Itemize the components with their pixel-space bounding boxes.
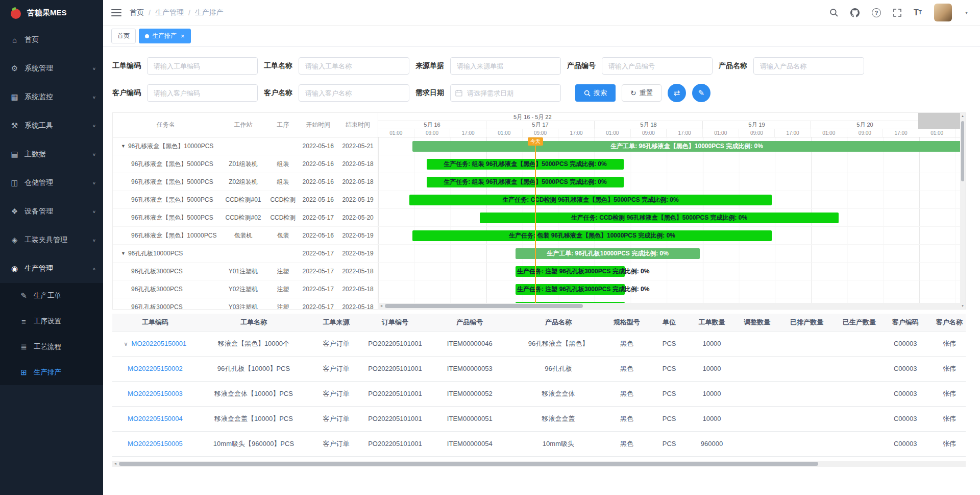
device-icon: ❖: [10, 207, 19, 216]
breadcrumb-current: 生产排产: [195, 8, 224, 17]
product-no-input[interactable]: [602, 57, 713, 75]
gantt-task-row[interactable]: 96孔移液盒【黑色】5000PCSCCD检测#02CCD检测2022-05-17…: [113, 209, 378, 227]
gantt-task-row[interactable]: ▼96孔孔板10000PCS2022-05-172022-05-19: [113, 245, 378, 263]
reset-button[interactable]: ↻重置: [622, 84, 662, 102]
demand-date-input[interactable]: [450, 84, 561, 102]
gantt-bar-task[interactable]: 生产任务: 包装 96孔移液盒【黑色】10000PCS 完成比例: 0%: [412, 230, 772, 241]
scroll-up-icon[interactable]: ▴: [962, 113, 964, 119]
chevron-down-icon: ∨: [92, 95, 96, 100]
scroll-left-icon[interactable]: ◂: [378, 303, 384, 309]
sidebar-item-home[interactable]: ⌂ 首页: [0, 26, 103, 54]
navbar-actions: ? TT ▾: [829, 4, 968, 21]
sidebar-item-process-flow[interactable]: ≣ 工艺流程: [0, 334, 103, 360]
sidebar-item-fixtures[interactable]: ◈ 工装夹具管理 ∨: [0, 226, 103, 254]
sidebar-item-system-monitor[interactable]: ▦ 系统监控 ∨: [0, 83, 103, 111]
work-order-code-input[interactable]: [147, 57, 258, 75]
sidebar-item-master-data[interactable]: ▤ 主数据 ∨: [0, 140, 103, 169]
gantt-task-row[interactable]: 96孔孔板3000PCSY03注塑机注塑2022-05-172022-05-18: [113, 298, 378, 309]
table-row[interactable]: MO202205150004 移液盒盒盖【10000】PCS客户订单PO2022…: [112, 406, 966, 431]
table-row[interactable]: ∨MO202205150001 移液盒【黑色】10000个客户订单PO20220…: [112, 331, 966, 356]
sidebar-item-work-order[interactable]: ✎ 生产工单: [0, 283, 103, 309]
app-logo[interactable]: 苦糖果MES: [0, 0, 103, 26]
close-icon[interactable]: ×: [181, 33, 185, 39]
avatar[interactable]: [934, 4, 952, 21]
main-area: 首页 / 生产管理 / 生产排产 ? TT ▾ 首页 生产排产 × 工单编码 工…: [103, 0, 980, 495]
today-badge: 今天: [528, 137, 543, 146]
monitor-icon: ▦: [10, 92, 19, 102]
product-name-input[interactable]: [753, 57, 864, 75]
expand-row-icon[interactable]: ∨: [124, 341, 128, 347]
table-row[interactable]: MO202205150005 10mm吸头【960000】PCS客户订单PO20…: [112, 431, 966, 456]
gantt-bar-task[interactable]: 生产任务: 注塑 96孔孔板3000PCS 完成比例: 0%: [516, 284, 625, 295]
sidebar-item-scheduling[interactable]: ⊞ 生产排产: [0, 360, 103, 385]
gantt-bar-task[interactable]: 生产任务: 组装 96孔移液盒【黑色】5000PCS 完成比例: 0%: [427, 177, 624, 187]
sidebar-item-system-mgmt[interactable]: ⚙ 系统管理 ∨: [0, 54, 103, 83]
work-order-name-input[interactable]: [299, 57, 409, 75]
gantt-task-table: 任务名 工作站 工序 开始时间 结束时间 ▼96孔移液盒【黑色】10000PCS…: [113, 113, 378, 309]
breadcrumb-home[interactable]: 首页: [130, 8, 144, 17]
gantt-task-row[interactable]: 96孔孔板3000PCSY01注塑机注塑2022-05-172022-05-18: [113, 263, 378, 280]
list-icon: ≡: [19, 317, 28, 326]
edit-button[interactable]: ✎: [692, 84, 710, 102]
tab-production-scheduling[interactable]: 生产排产 ×: [139, 29, 191, 43]
gantt-task-row[interactable]: 96孔移液盒【黑色】5000PCSZ02组装机组装2022-05-162022-…: [113, 173, 378, 191]
gantt-bar-work-order[interactable]: 生产工单: 96孔移液盒【黑色】10000PCS 完成比例: 0%: [412, 141, 960, 152]
work-order-link[interactable]: MO202205150003: [128, 390, 183, 397]
scrollbar-thumb[interactable]: [385, 304, 583, 308]
table-row[interactable]: MO202205150002 96孔孔板【10000】PCS客户订单PO2022…: [112, 356, 966, 381]
today-marker-line: [535, 137, 536, 309]
work-order-link[interactable]: MO202205150005: [128, 440, 183, 447]
gantt-vertical-scrollbar[interactable]: ▴ ▾: [960, 113, 965, 309]
gantt-horizontal-scrollbar[interactable]: ◂: [378, 303, 960, 309]
fixture-icon: ◈: [10, 235, 19, 245]
fullscreen-icon[interactable]: [893, 9, 901, 17]
work-order-link[interactable]: MO202205150001: [132, 340, 187, 347]
sidebar-item-process-setting[interactable]: ≡ 工序设置: [0, 309, 103, 334]
scroll-left-icon[interactable]: ◂: [112, 461, 118, 467]
table-row[interactable]: MO202205150003 移液盒盒体【10000】PCS客户订单PO2022…: [112, 381, 966, 406]
scroll-down-icon[interactable]: ▾: [962, 303, 964, 309]
tabs-bar: 首页 生产排产 ×: [103, 26, 980, 47]
gantt-chart: 任务名 工作站 工序 开始时间 结束时间 ▼96孔移液盒【黑色】10000PCS…: [112, 112, 966, 310]
production-submenu: ✎ 生产工单 ≡ 工序设置 ≣ 工艺流程 ⊞ 生产排产: [0, 283, 103, 385]
gantt-bar-task[interactable]: 生产任务: CCD检测 96孔移液盒【黑色】5000PCS 完成比例: 0%: [480, 213, 839, 223]
sidebar-item-system-tools[interactable]: ⚒ 系统工具 ∨: [0, 111, 103, 140]
gantt-task-row[interactable]: 96孔移液盒【黑色】10000PCS包装机包装2022-05-162022-05…: [113, 227, 378, 245]
gantt-bar-task[interactable]: 生产任务: 注塑 96孔孔板3000PCS 完成比例: 0%: [516, 266, 625, 277]
customer-name-input[interactable]: [299, 84, 409, 102]
work-order-link[interactable]: MO202205150004: [128, 415, 183, 422]
font-size-icon[interactable]: TT: [914, 8, 922, 17]
caret-down-icon[interactable]: ▾: [965, 10, 968, 15]
hamburger-icon[interactable]: [111, 9, 121, 16]
work-order-link[interactable]: MO202205150002: [128, 365, 183, 372]
edit-icon: ✎: [19, 291, 28, 300]
scrollbar-thumb[interactable]: [961, 121, 964, 181]
table-horizontal-scrollbar[interactable]: ◂: [112, 461, 966, 467]
search-icon[interactable]: [829, 8, 838, 17]
github-icon[interactable]: [850, 8, 860, 17]
gantt-task-row[interactable]: 96孔孔板3000PCSY02注塑机注塑2022-05-172022-05-18: [113, 280, 378, 298]
gantt-bar-task[interactable]: 生产任务: 组装 96孔移液盒【黑色】5000PCS 完成比例: 0%: [427, 159, 624, 170]
top-navbar: 首页 / 生产管理 / 生产排产 ? TT ▾: [103, 0, 980, 26]
source-doc-input[interactable]: [450, 57, 561, 75]
search-button[interactable]: 搜索: [575, 84, 616, 102]
help-icon[interactable]: ?: [872, 8, 881, 17]
triangle-down-icon[interactable]: ▼: [121, 251, 126, 256]
gantt-bar-task[interactable]: 生产任务: CCD检测 96孔移液盒【黑色】5000PCS 完成比例: 0%: [409, 195, 772, 205]
logo-icon: [9, 6, 22, 19]
scrollbar-thumb[interactable]: [119, 462, 818, 466]
sidebar-item-equipment[interactable]: ❖ 设备管理 ∨: [0, 197, 103, 226]
sync-button[interactable]: ⇄: [668, 84, 686, 102]
customer-code-input[interactable]: [147, 84, 258, 102]
sidebar-item-production-mgmt[interactable]: ◉ 生产管理 ∧: [0, 254, 103, 283]
production-icon: ◉: [10, 264, 19, 273]
gantt-task-row[interactable]: 96孔移液盒【黑色】5000PCSZ01组装机组装2022-05-162022-…: [113, 155, 378, 173]
gantt-task-row[interactable]: ▼96孔移液盒【黑色】10000PCS2022-05-162022-05-21: [113, 137, 378, 155]
gantt-bar-work-order[interactable]: 生产工单: 96孔孔板10000PCS 完成比例: 0%: [516, 248, 700, 259]
gantt-task-row[interactable]: 96孔移液盒【黑色】5000PCSCCD检测#01CCD检测2022-05-16…: [113, 191, 378, 209]
tab-home[interactable]: 首页: [111, 29, 136, 43]
timeline-hour-row: 01:0009:0017:00 01:0009:0017:00 01:0009:…: [378, 129, 960, 137]
sidebar-item-warehouse[interactable]: ◫ 仓储管理 ∨: [0, 169, 103, 197]
triangle-down-icon[interactable]: ▼: [121, 144, 126, 149]
search-icon: [584, 90, 591, 97]
